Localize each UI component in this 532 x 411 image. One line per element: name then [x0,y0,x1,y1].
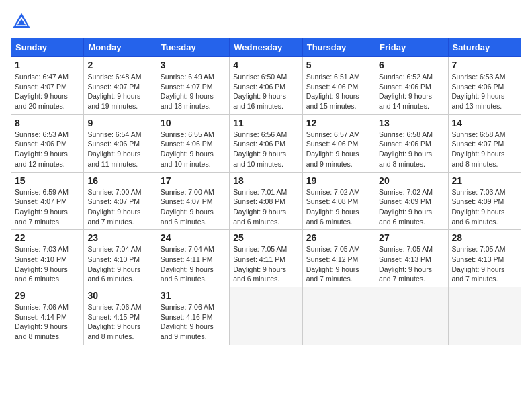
calendar-cell: 2Sunrise: 6:48 AMSunset: 4:07 PMDaylight… [84,57,157,115]
calendar-table: SundayMondayTuesdayWednesdayThursdayFrid… [11,38,521,345]
calendar-week-3: 15Sunrise: 6:59 AMSunset: 4:07 PMDayligh… [11,172,521,230]
day-info: Sunrise: 7:04 AMSunset: 4:11 PMDaylight:… [161,244,226,284]
calendar-cell: 24Sunrise: 7:04 AMSunset: 4:11 PMDayligh… [157,230,229,287]
weekday-header-monday: Monday [84,38,157,57]
calendar-cell: 8Sunrise: 6:53 AMSunset: 4:06 PMDaylight… [11,114,84,172]
day-number: 7 [452,60,517,71]
day-info: Sunrise: 7:05 AMSunset: 4:11 PMDaylight:… [233,244,298,284]
weekday-header-tuesday: Tuesday [157,38,229,57]
day-number: 5 [306,60,371,71]
calendar-cell [448,287,521,345]
calendar-cell: 7Sunrise: 6:53 AMSunset: 4:06 PMDaylight… [448,57,521,115]
day-info: Sunrise: 6:54 AMSunset: 4:06 PMDaylight:… [87,130,152,169]
day-info: Sunrise: 6:53 AMSunset: 4:06 PMDaylight:… [452,72,517,111]
day-info: Sunrise: 6:51 AMSunset: 4:06 PMDaylight:… [306,72,371,111]
calendar-cell: 4Sunrise: 6:50 AMSunset: 4:06 PMDaylight… [230,57,302,115]
day-number: 4 [233,60,298,71]
day-number: 29 [15,290,80,301]
day-number: 14 [452,118,517,128]
day-number: 27 [379,232,444,243]
day-info: Sunrise: 7:06 AMSunset: 4:14 PMDaylight:… [15,302,80,342]
day-info: Sunrise: 6:47 AMSunset: 4:07 PMDaylight:… [15,72,80,111]
day-info: Sunrise: 6:59 AMSunset: 4:07 PMDaylight:… [15,187,80,227]
weekday-header-wednesday: Wednesday [230,38,302,57]
logo-icon [11,11,32,32]
calendar-week-5: 29Sunrise: 7:06 AMSunset: 4:14 PMDayligh… [11,287,521,345]
day-number: 11 [233,118,298,128]
calendar-cell: 29Sunrise: 7:06 AMSunset: 4:14 PMDayligh… [11,287,84,345]
calendar-cell: 18Sunrise: 7:01 AMSunset: 4:08 PMDayligh… [230,172,302,230]
day-number: 9 [87,118,152,128]
calendar-cell: 20Sunrise: 7:02 AMSunset: 4:09 PMDayligh… [375,172,448,230]
weekday-header-sunday: Sunday [11,38,84,57]
calendar-cell: 14Sunrise: 6:58 AMSunset: 4:07 PMDayligh… [448,114,521,172]
day-info: Sunrise: 7:05 AMSunset: 4:13 PMDaylight:… [452,244,517,284]
calendar-week-2: 8Sunrise: 6:53 AMSunset: 4:06 PMDaylight… [11,114,521,172]
calendar-cell: 25Sunrise: 7:05 AMSunset: 4:11 PMDayligh… [230,230,302,287]
day-number: 13 [379,118,444,128]
day-number: 30 [87,290,152,301]
day-number: 22 [15,232,80,243]
calendar-cell: 5Sunrise: 6:51 AMSunset: 4:06 PMDaylight… [302,57,375,115]
weekday-header-saturday: Saturday [448,38,521,57]
day-info: Sunrise: 6:50 AMSunset: 4:06 PMDaylight:… [233,72,298,111]
day-number: 25 [233,232,298,243]
day-info: Sunrise: 7:02 AMSunset: 4:09 PMDaylight:… [379,187,444,227]
day-number: 21 [452,175,517,186]
calendar-cell: 13Sunrise: 6:58 AMSunset: 4:06 PMDayligh… [375,114,448,172]
day-number: 10 [161,118,226,128]
calendar-cell: 19Sunrise: 7:02 AMSunset: 4:08 PMDayligh… [302,172,375,230]
day-info: Sunrise: 6:53 AMSunset: 4:06 PMDaylight:… [15,130,80,169]
day-number: 23 [87,232,152,243]
header [11,11,521,32]
day-number: 12 [306,118,371,128]
day-info: Sunrise: 7:05 AMSunset: 4:12 PMDaylight:… [306,244,371,284]
day-info: Sunrise: 7:04 AMSunset: 4:10 PMDaylight:… [87,244,152,284]
calendar-week-1: 1Sunrise: 6:47 AMSunset: 4:07 PMDaylight… [11,57,521,115]
day-number: 3 [161,60,226,71]
calendar-cell: 10Sunrise: 6:55 AMSunset: 4:06 PMDayligh… [157,114,229,172]
day-info: Sunrise: 6:57 AMSunset: 4:06 PMDaylight:… [306,130,371,169]
day-info: Sunrise: 7:03 AMSunset: 4:09 PMDaylight:… [452,187,517,227]
calendar-cell: 30Sunrise: 7:06 AMSunset: 4:15 PMDayligh… [84,287,157,345]
day-number: 18 [233,175,298,186]
day-number: 16 [87,175,152,186]
day-info: Sunrise: 7:06 AMSunset: 4:16 PMDaylight:… [161,302,226,342]
day-info: Sunrise: 7:01 AMSunset: 4:08 PMDaylight:… [233,187,298,227]
day-info: Sunrise: 7:00 AMSunset: 4:07 PMDaylight:… [161,187,226,227]
day-info: Sunrise: 6:58 AMSunset: 4:06 PMDaylight:… [379,130,444,169]
day-info: Sunrise: 7:02 AMSunset: 4:08 PMDaylight:… [306,187,371,227]
calendar-cell: 12Sunrise: 6:57 AMSunset: 4:06 PMDayligh… [302,114,375,172]
day-number: 2 [87,60,152,71]
calendar-cell: 17Sunrise: 7:00 AMSunset: 4:07 PMDayligh… [157,172,229,230]
day-number: 17 [161,175,226,186]
day-number: 20 [379,175,444,186]
day-info: Sunrise: 6:58 AMSunset: 4:07 PMDaylight:… [452,130,517,169]
day-info: Sunrise: 6:52 AMSunset: 4:06 PMDaylight:… [379,72,444,111]
day-info: Sunrise: 7:05 AMSunset: 4:13 PMDaylight:… [379,244,444,284]
calendar-cell: 26Sunrise: 7:05 AMSunset: 4:12 PMDayligh… [302,230,375,287]
calendar-cell: 21Sunrise: 7:03 AMSunset: 4:09 PMDayligh… [448,172,521,230]
calendar-cell: 28Sunrise: 7:05 AMSunset: 4:13 PMDayligh… [448,230,521,287]
day-info: Sunrise: 7:00 AMSunset: 4:07 PMDaylight:… [87,187,152,227]
calendar-cell [230,287,302,345]
day-info: Sunrise: 6:56 AMSunset: 4:06 PMDaylight:… [233,130,298,169]
weekday-header-thursday: Thursday [302,38,375,57]
calendar-cell [302,287,375,345]
calendar-cell: 16Sunrise: 7:00 AMSunset: 4:07 PMDayligh… [84,172,157,230]
day-info: Sunrise: 7:06 AMSunset: 4:15 PMDaylight:… [87,302,152,342]
calendar-cell: 6Sunrise: 6:52 AMSunset: 4:06 PMDaylight… [375,57,448,115]
day-info: Sunrise: 6:49 AMSunset: 4:07 PMDaylight:… [161,72,226,111]
day-number: 15 [15,175,80,186]
calendar-cell: 22Sunrise: 7:03 AMSunset: 4:10 PMDayligh… [11,230,84,287]
calendar-cell: 23Sunrise: 7:04 AMSunset: 4:10 PMDayligh… [84,230,157,287]
day-info: Sunrise: 7:03 AMSunset: 4:10 PMDaylight:… [15,244,80,284]
day-number: 1 [15,60,80,71]
day-number: 28 [452,232,517,243]
day-number: 6 [379,60,444,71]
day-number: 8 [15,118,80,128]
calendar-cell: 31Sunrise: 7:06 AMSunset: 4:16 PMDayligh… [157,287,229,345]
calendar-cell: 3Sunrise: 6:49 AMSunset: 4:07 PMDaylight… [157,57,229,115]
day-number: 26 [306,232,371,243]
calendar-cell: 11Sunrise: 6:56 AMSunset: 4:06 PMDayligh… [230,114,302,172]
